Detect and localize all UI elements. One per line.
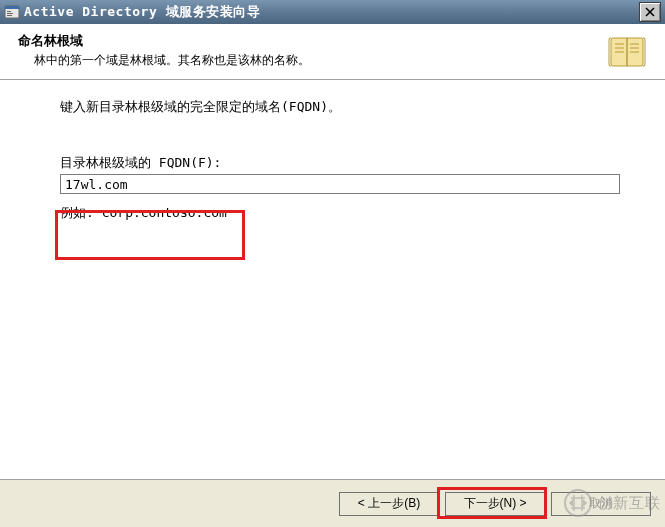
example-text: 例如: corp.contoso.com [60, 204, 637, 222]
page-title: 命名林根域 [18, 32, 651, 50]
book-icon [605, 30, 649, 74]
wizard-body: 键入新目录林根级域的完全限定的域名(FQDN)。 目录林根级域的 FQDN(F)… [0, 80, 665, 479]
page-description: 林中的第一个域是林根域。其名称也是该林的名称。 [34, 52, 651, 69]
cancel-button[interactable]: 取消 [551, 492, 651, 516]
svg-rect-4 [7, 15, 12, 16]
svg-rect-1 [5, 6, 19, 9]
fqdn-input[interactable] [60, 174, 620, 194]
next-button[interactable]: 下一步(N) > [445, 492, 545, 516]
app-icon [4, 4, 20, 20]
wizard-footer: < 上一步(B) 下一步(N) > 取消 [0, 479, 665, 527]
fqdn-label: 目录林根级域的 FQDN(F): [60, 154, 637, 172]
svg-rect-2 [7, 11, 11, 12]
wizard-window: Active Directory 域服务安装向导 命名林根域 林中的第一个域是林… [0, 0, 665, 527]
wizard-header: 命名林根域 林中的第一个域是林根域。其名称也是该林的名称。 [0, 24, 665, 80]
close-button[interactable] [639, 2, 661, 22]
titlebar: Active Directory 域服务安装向导 [0, 0, 665, 24]
instruction-text: 键入新目录林根级域的完全限定的域名(FQDN)。 [60, 98, 637, 116]
window-title: Active Directory 域服务安装向导 [24, 3, 639, 21]
svg-rect-3 [7, 13, 13, 14]
back-button[interactable]: < 上一步(B) [339, 492, 439, 516]
